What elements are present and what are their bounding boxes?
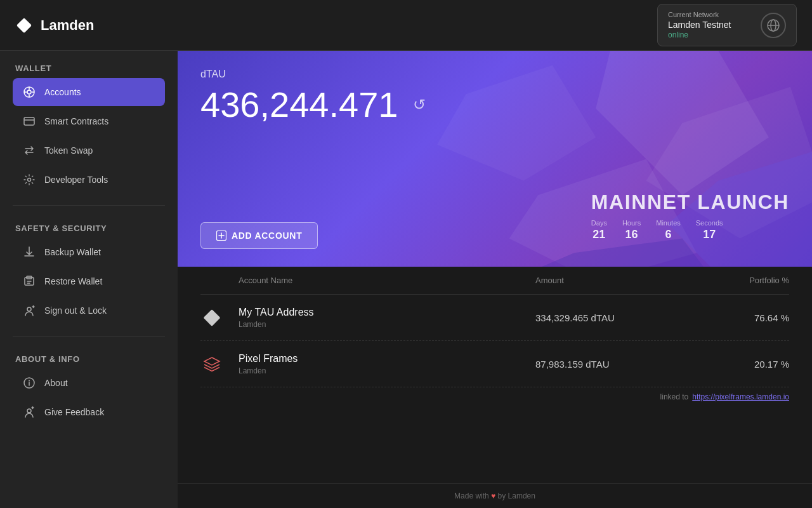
- security-section: Safety & Security Backup Wallet: [0, 211, 178, 331]
- app-name: Lamden: [41, 17, 94, 34]
- sidebar-item-token-swap[interactable]: Token Swap: [13, 137, 165, 164]
- svg-rect-10: [24, 117, 34, 125]
- restore-wallet-label: Restore Wallet: [44, 276, 102, 286]
- wallet-section-title: Wallet: [13, 64, 165, 73]
- network-badge[interactable]: Current Network Lamden Testnet online: [657, 4, 797, 46]
- svg-point-17: [27, 307, 31, 311]
- lamden-logo-icon: [15, 17, 33, 34]
- give-feedback-icon: [23, 406, 36, 418]
- about-label: About: [44, 378, 68, 388]
- balance-amount: 436,244.471 ↺: [200, 84, 789, 125]
- footer-text-before: Made with: [454, 491, 489, 500]
- countdown-days: Days 21: [591, 219, 607, 241]
- backup-wallet-icon: [23, 246, 36, 258]
- sign-out-lock-icon: [23, 304, 36, 317]
- account-amount-1: 334,329.465 dTAU: [535, 312, 662, 323]
- account-name-2: Pixel Frames: [239, 353, 535, 364]
- col-name-header: Account Name: [239, 276, 535, 285]
- linked-label: linked to: [660, 392, 689, 401]
- sidebar-item-backup-wallet[interactable]: Backup Wallet: [13, 238, 165, 266]
- security-section-title: Safety & Security: [13, 224, 165, 233]
- mainnet-launch: MAINNET LAUNCH Days 21 Hours 16 Minutes …: [591, 190, 789, 241]
- add-account-button[interactable]: ADD ACCOUNT: [200, 222, 318, 249]
- logo: Lamden: [15, 17, 94, 34]
- hours-value: 16: [622, 228, 641, 241]
- mainnet-title: MAINNET LAUNCH: [591, 190, 789, 214]
- app-header: Lamden Current Network Lamden Testnet on…: [0, 0, 812, 51]
- countdown: Days 21 Hours 16 Minutes 6 Seconds 17: [591, 219, 789, 241]
- network-label: Current Network: [668, 11, 753, 18]
- sidebar-item-give-feedback[interactable]: Give Feedback: [13, 398, 165, 426]
- hours-label: Hours: [622, 219, 641, 227]
- table-row[interactable]: My TAU Address Lamden 334,329.465 dTAU 7…: [200, 295, 789, 341]
- info-section-title: About & Info: [13, 354, 165, 364]
- refresh-button[interactable]: ↺: [408, 93, 431, 116]
- balance-value: 436,244.471: [200, 84, 398, 125]
- countdown-hours: Hours 16: [622, 219, 641, 241]
- minutes-label: Minutes: [656, 219, 681, 227]
- col-icon: [200, 276, 239, 285]
- add-account-label: ADD ACCOUNT: [232, 231, 302, 241]
- sidebar-item-accounts[interactable]: Accounts: [13, 78, 165, 106]
- account-icon-diamond: [200, 306, 223, 329]
- svg-rect-0: [16, 18, 32, 33]
- account-sub-1: Lamden: [239, 320, 535, 329]
- sidebar-divider-2: [13, 336, 165, 337]
- account-name-info: My TAU Address Lamden: [239, 307, 535, 329]
- svg-point-5: [27, 90, 31, 94]
- sidebar-item-about[interactable]: About: [13, 369, 165, 397]
- sidebar-item-sign-out-lock[interactable]: Sign out & Lock: [13, 297, 165, 324]
- developer-tools-icon: [23, 173, 36, 186]
- account-amount-2: 87,983.159 dTAU: [535, 359, 662, 370]
- svg-point-23: [27, 409, 31, 413]
- linked-url[interactable]: https://pixelframes.lamden.io: [692, 392, 789, 401]
- developer-tools-label: Developer Tools: [44, 175, 108, 185]
- token-swap-icon: [23, 144, 36, 157]
- table-header: Account Name Amount Portfolio %: [200, 267, 789, 295]
- countdown-minutes: Minutes 6: [656, 219, 681, 241]
- account-name-info-2: Pixel Frames Lamden: [239, 353, 535, 375]
- sidebar-item-restore-wallet[interactable]: Restore Wallet: [13, 267, 165, 295]
- seconds-value: 17: [696, 228, 723, 241]
- table-row[interactable]: Pixel Frames Lamden 87,983.159 dTAU 20.1…: [200, 341, 789, 387]
- seconds-label: Seconds: [696, 219, 723, 227]
- account-name-1: My TAU Address: [239, 307, 535, 318]
- col-portfolio-header: Portfolio %: [662, 276, 789, 285]
- account-portfolio-1: 76.64 %: [662, 312, 789, 323]
- accounts-label: Accounts: [44, 87, 81, 97]
- smart-contracts-label: Smart Contracts: [44, 116, 108, 126]
- accounts-icon: [23, 86, 36, 98]
- account-portfolio-2: 20.17 %: [662, 359, 789, 370]
- heart-icon: ♥: [491, 491, 497, 500]
- svg-point-22: [29, 380, 30, 382]
- linked-row: linked to https://pixelframes.lamden.io: [200, 387, 789, 406]
- smart-contracts-icon: [23, 115, 36, 128]
- accounts-section: Account Name Amount Portfolio % My TAU A…: [178, 267, 812, 483]
- footer-text-after: by Lamden: [498, 491, 535, 500]
- info-section: About & Info About: [0, 342, 178, 432]
- currency-label: dTAU: [200, 69, 789, 80]
- sidebar-item-smart-contracts[interactable]: Smart Contracts: [13, 107, 165, 135]
- main-content: dTAU 436,244.471 ↺ ADD ACCOUNT: [178, 51, 812, 508]
- token-swap-label: Token Swap: [44, 145, 93, 156]
- account-row-2-wrapper: Pixel Frames Lamden 87,983.159 dTAU 20.1…: [200, 341, 789, 406]
- wallet-section: Wallet Accounts: [0, 51, 178, 200]
- give-feedback-label: Give Feedback: [44, 407, 104, 417]
- sidebar-item-developer-tools[interactable]: Developer Tools: [13, 166, 165, 194]
- col-amount-header: Amount: [535, 276, 662, 285]
- network-icon: [761, 13, 786, 38]
- sign-out-lock-label: Sign out & Lock: [44, 305, 107, 316]
- about-icon: [23, 377, 36, 389]
- countdown-seconds: Seconds 17: [696, 219, 723, 241]
- minutes-value: 6: [656, 228, 681, 241]
- network-info: Current Network Lamden Testnet online: [668, 11, 753, 39]
- hero-banner: dTAU 436,244.471 ↺ ADD ACCOUNT: [178, 51, 812, 267]
- days-value: 21: [591, 228, 607, 241]
- account-sub-2: Lamden: [239, 366, 535, 375]
- days-label: Days: [591, 219, 607, 227]
- add-icon: [216, 231, 226, 241]
- backup-wallet-label: Backup Wallet: [44, 247, 101, 257]
- balance-section: dTAU 436,244.471 ↺: [200, 69, 789, 125]
- sidebar: Wallet Accounts: [0, 51, 178, 508]
- svg-rect-35: [204, 309, 221, 326]
